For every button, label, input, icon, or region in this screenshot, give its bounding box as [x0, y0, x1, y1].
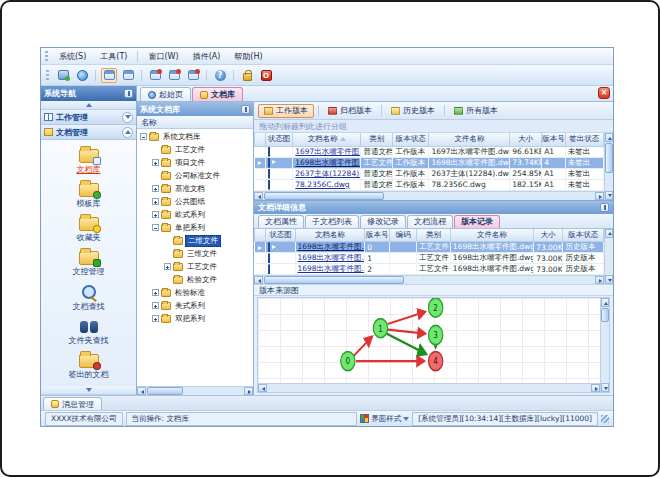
sidebar-group-document[interactable]: 文档管理 — [41, 125, 136, 140]
sidebar-collapse-top[interactable] — [41, 101, 136, 110]
tree-node[interactable]: 公司标准文件 — [137, 169, 253, 182]
col-doc-name[interactable]: 文档名称 — [295, 229, 365, 242]
col-size[interactable]: 大小 — [534, 229, 563, 242]
scroll-right-icon[interactable] — [244, 387, 253, 395]
tree-column-header[interactable]: 名称 — [137, 116, 253, 129]
scroll-left-icon[interactable] — [258, 384, 267, 392]
menu-plugins[interactable]: 插件(A) — [187, 50, 227, 63]
expand-icon[interactable] — [152, 302, 159, 309]
sidebar-item-template-library[interactable]: 模板库 — [46, 178, 132, 210]
graph-hscrollbar[interactable] — [258, 383, 600, 392]
col-size[interactable]: 大小 — [510, 133, 542, 146]
scroll-up-icon[interactable] — [605, 133, 613, 142]
col-version-status[interactable]: 版本状态 — [563, 229, 604, 242]
tree-node[interactable]: 双把系列 — [137, 312, 253, 325]
resize-grip[interactable] — [601, 415, 609, 423]
pin-icon[interactable] — [241, 105, 250, 114]
sidebar-group-work[interactable]: 工作管理 — [41, 110, 136, 125]
col-version-no[interactable]: 版本号 — [542, 133, 565, 146]
expand-icon[interactable] — [152, 315, 159, 322]
desktop-button[interactable] — [55, 68, 71, 83]
scrollbar-thumb[interactable] — [264, 192, 384, 200]
scrollbar-thumb[interactable] — [147, 387, 183, 395]
scroll-left-icon[interactable] — [254, 276, 263, 284]
tree-node-selected[interactable]: 二维文件 — [137, 234, 253, 247]
col-category[interactable]: 类别 — [361, 133, 393, 146]
upper-grid-hscrollbar[interactable] — [254, 191, 604, 200]
tree-node[interactable]: 检验文件 — [137, 273, 253, 286]
table-row-selected[interactable]: ▸ 1698出水嘴零件图.dwg 工艺文件 工作版本 1698出水嘴零件图.dw… — [255, 157, 604, 168]
expand-icon[interactable] — [164, 263, 171, 270]
tree-node[interactable]: 工艺文件 — [137, 143, 253, 156]
sidebar-item-doc-control[interactable]: 文控管理 — [46, 246, 132, 278]
doc-name-link[interactable]: 1698出水嘴零件图.dwg — [295, 242, 365, 253]
menu-tools[interactable]: 工具(T) — [94, 50, 133, 63]
tree-node[interactable]: 美式系列 — [137, 299, 253, 312]
interface-style-dropdown[interactable]: 界面样式 — [360, 414, 409, 424]
expand-icon[interactable] — [152, 185, 159, 192]
tree-node[interactable]: 三维文件 — [137, 247, 253, 260]
tab-subdoc-list[interactable]: 子文档列表 — [305, 215, 359, 228]
tab-document-library[interactable]: 文档库 — [192, 87, 243, 101]
version-graph-canvas[interactable]: 0 1 2 3 4 — [258, 298, 600, 392]
menu-system[interactable]: 系统(S) — [53, 50, 92, 63]
tab-doc-properties[interactable]: 文档属性 — [258, 215, 304, 228]
scroll-down-icon[interactable] — [601, 383, 609, 392]
history-version-button[interactable]: 历史版本 — [386, 104, 440, 118]
col-file-name[interactable]: 文件名称 — [450, 229, 533, 242]
close-tab-button[interactable]: × — [598, 87, 610, 99]
tree-horizontal-scrollbar[interactable] — [137, 386, 253, 395]
collapse-group-button[interactable] — [122, 127, 133, 138]
table-row[interactable]: 1698出水嘴零件图.dwg 1 工艺文件 1698出水嘴零件图.dwg 73.… — [255, 253, 604, 264]
col-category[interactable]: 类别 — [417, 229, 451, 242]
toolbar-grip[interactable] — [46, 70, 49, 81]
window-view-button[interactable] — [101, 68, 117, 83]
tree-node[interactable]: 系统文档库 — [137, 130, 253, 143]
close-all-button[interactable] — [185, 68, 201, 83]
upper-grid-vscrollbar[interactable] — [604, 133, 613, 200]
close-window-button[interactable] — [147, 68, 163, 83]
tree-node[interactable]: 项目文件 — [137, 156, 253, 169]
col-code[interactable]: 编码 — [390, 229, 417, 242]
tree-node[interactable]: 检验标准 — [137, 286, 253, 299]
work-version-button[interactable]: 工作版本 — [258, 104, 314, 118]
scrollbar-thumb[interactable] — [601, 308, 609, 322]
menubar-grip[interactable] — [45, 51, 48, 62]
table-row[interactable]: 1698出水嘴零件图.dwg 2 工艺文件 1698出水嘴零件图.dwg 73.… — [255, 264, 604, 275]
archive-version-button[interactable]: 归档版本 — [323, 104, 377, 118]
table-row-selected[interactable]: ▸ 1698出水嘴零件图.dwg 0 工艺文件 1698出水嘴零件图.dwg 7… — [255, 242, 604, 253]
tab-start-page[interactable]: 起始页 — [140, 87, 191, 101]
scroll-down-icon[interactable] — [605, 275, 613, 284]
version-grid-vscrollbar[interactable] — [604, 229, 613, 285]
scroll-left-icon[interactable] — [254, 192, 263, 200]
pin-icon[interactable] — [600, 203, 609, 212]
pin-icon[interactable] — [124, 89, 133, 98]
lock-button[interactable] — [239, 68, 255, 83]
tab-message-management[interactable]: 消息管理 — [43, 397, 102, 410]
doc-name-link[interactable]: 1698出水嘴零件图.dwg — [295, 253, 365, 264]
scroll-left-icon[interactable] — [137, 387, 146, 395]
scrollbar-thumb[interactable] — [605, 143, 613, 173]
scroll-right-icon[interactable] — [595, 276, 604, 284]
scroll-right-icon[interactable] — [591, 384, 600, 392]
tree-node[interactable]: 工艺文件 — [137, 260, 253, 273]
window-grid-button[interactable] — [120, 68, 136, 83]
sidebar-item-document-library[interactable]: 文档库 — [46, 144, 132, 176]
doc-name-link[interactable]: 1697出水嘴零件图.dwg — [293, 146, 361, 157]
help-button[interactable]: ? — [212, 68, 228, 83]
table-row[interactable]: 2637主体(12284).dwg 普通文档 工作版本 2637主体(12284… — [255, 168, 604, 179]
scroll-right-icon[interactable] — [595, 192, 604, 200]
tree-node[interactable]: 公共图纸 — [137, 195, 253, 208]
menu-window[interactable]: 窗口(W) — [142, 50, 184, 63]
doc-name-link[interactable]: 1698出水嘴零件图.dwg — [293, 157, 361, 168]
sidebar-item-checked-out-docs[interactable]: 签出的文档 — [46, 349, 132, 381]
scrollbar-thumb[interactable] — [264, 276, 404, 284]
scroll-up-icon[interactable] — [605, 229, 613, 238]
tab-doc-flow[interactable]: 文档流程 — [407, 215, 453, 228]
col-checkout-status[interactable]: 签出状态 — [565, 133, 603, 146]
expand-icon[interactable] — [152, 289, 159, 296]
table-row[interactable]: 1697出水嘴零件图.dwg 普通文档 工作版本 1697出水嘴零件图.dwg … — [255, 146, 604, 157]
col-version-no[interactable]: 版本号 — [365, 229, 390, 242]
expand-group-button[interactable] — [122, 112, 133, 123]
doc-name-link[interactable]: 1698出水嘴零件图.dwg — [295, 264, 365, 275]
